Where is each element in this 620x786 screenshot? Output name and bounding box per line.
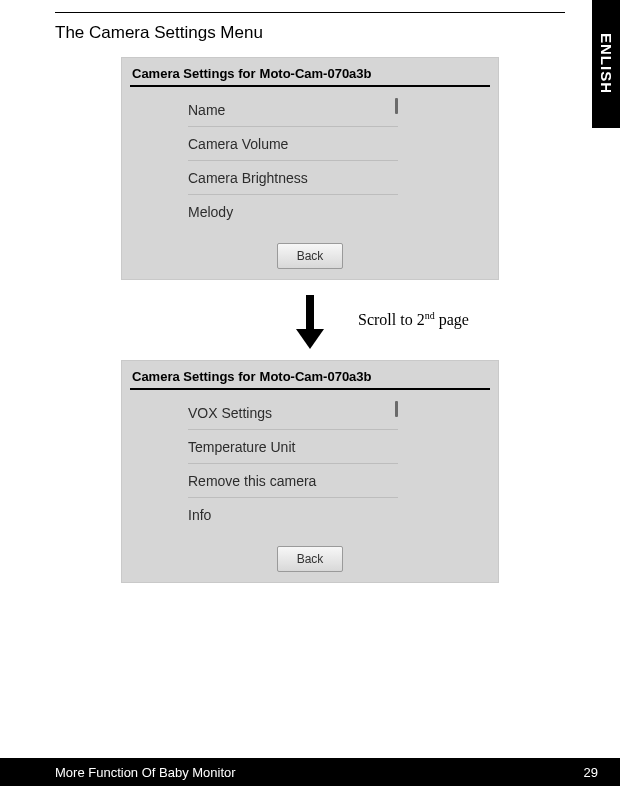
scroll-thumb[interactable] — [395, 401, 398, 417]
footer-text: More Function Of Baby Monitor — [55, 765, 236, 780]
menu-item-label: Info — [188, 507, 211, 523]
menu-item-label: Remove this camera — [188, 473, 316, 489]
menu-item-label: Temperature Unit — [188, 439, 295, 455]
title-caption: Camera Settings for — [132, 369, 256, 384]
menu-item-camera-brightness[interactable]: Camera Brightness — [188, 161, 398, 195]
menu-item-label: Camera Volume — [188, 136, 288, 152]
back-button[interactable]: Back — [277, 243, 343, 269]
menu-item-label: VOX Settings — [188, 405, 272, 421]
menu-item-remove-camera[interactable]: Remove this camera — [188, 464, 398, 498]
menu-item-camera-volume[interactable]: Camera Volume — [188, 127, 398, 161]
title-caption: Camera Settings for — [132, 66, 256, 81]
menu-item-temperature-unit[interactable]: Temperature Unit — [188, 430, 398, 464]
section-title: The Camera Settings Menu — [55, 23, 565, 43]
menu-item-label: Camera Brightness — [188, 170, 308, 186]
down-arrow-icon — [296, 295, 324, 349]
menu-list[interactable]: Name Camera Volume Camera Brightness Mel… — [188, 93, 398, 229]
camera-settings-screenshot-1: Camera Settings for Moto-Cam-070a3b Name… — [121, 57, 499, 280]
scroll-thumb[interactable] — [395, 98, 398, 114]
screenshot-title: Camera Settings for Moto-Cam-070a3b — [130, 367, 490, 390]
scroll-caption: Scroll to 2nd page — [358, 310, 469, 329]
menu-list[interactable]: VOX Settings Temperature Unit Remove thi… — [188, 396, 398, 532]
camera-name: Moto-Cam-070a3b — [260, 369, 372, 384]
menu-item-name[interactable]: Name — [188, 93, 398, 127]
screenshot-title: Camera Settings for Moto-Cam-070a3b — [130, 64, 490, 87]
menu-item-label: Melody — [188, 204, 233, 220]
page-number: 29 — [584, 765, 598, 780]
camera-settings-screenshot-2: Camera Settings for Moto-Cam-070a3b VOX … — [121, 360, 499, 583]
menu-item-melody[interactable]: Melody — [188, 195, 398, 229]
top-rule — [55, 12, 565, 13]
camera-name: Moto-Cam-070a3b — [260, 66, 372, 81]
back-button[interactable]: Back — [277, 546, 343, 572]
scroll-indicator: Scroll to 2nd page — [55, 294, 565, 350]
page-footer: More Function Of Baby Monitor 29 — [0, 758, 620, 786]
menu-item-info[interactable]: Info — [188, 498, 398, 532]
menu-item-label: Name — [188, 102, 225, 118]
menu-item-vox-settings[interactable]: VOX Settings — [188, 396, 398, 430]
